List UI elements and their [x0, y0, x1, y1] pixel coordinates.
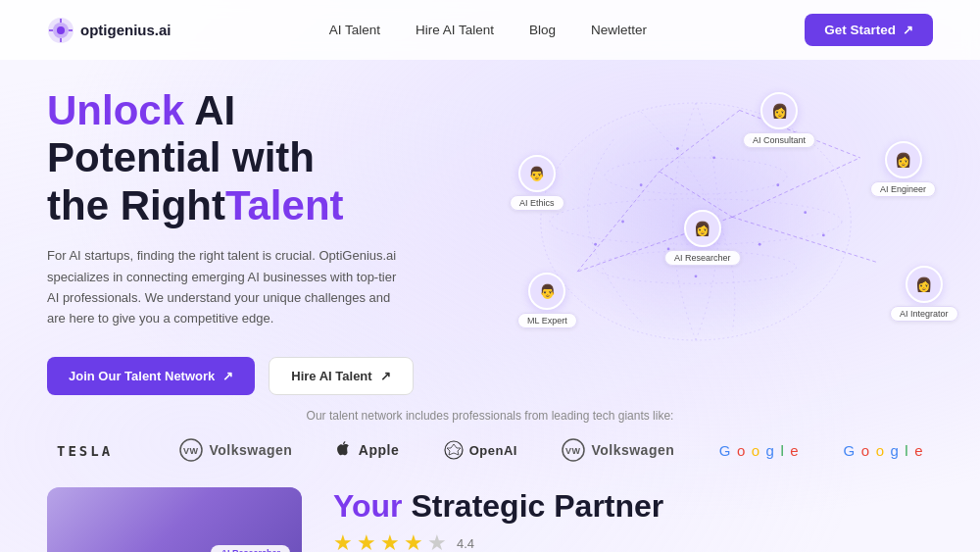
google-logo-1: Google [719, 442, 799, 459]
apple-logo: Apple [337, 441, 399, 460]
get-started-button[interactable]: Get Started ↗ [805, 14, 933, 46]
hero-title: Unlock AIPotential withthe RightTalent [47, 87, 459, 229]
svg-point-24 [804, 211, 807, 214]
stars-rating: ★ ★ ★ ★ ★ 4.4 [333, 530, 933, 552]
arrow-icon: ↗ [222, 369, 233, 383]
svg-point-19 [712, 156, 715, 159]
google-logo-2: Google [844, 442, 923, 459]
bottom-title: Your Strategic Partner [333, 487, 933, 525]
svg-point-28 [822, 234, 825, 237]
arrow-icon: ↗ [903, 23, 913, 37]
logos-tagline: Our talent network includes professional… [47, 409, 933, 423]
nav-links: AI Talent Hire AI Talent Blog Newletter [329, 23, 647, 37]
node-ai-researcher: 👩 AI Researcher [664, 210, 741, 266]
svg-text:VW: VW [565, 446, 581, 456]
node-ai-ethics: 👨 AI Ethics [510, 155, 564, 211]
bottom-image: AI Researcher [47, 487, 302, 552]
logos-row: TESLA VW Volkswagen Apple OpenAI [47, 438, 933, 462]
tesla-logo: TESLA [57, 439, 135, 461]
bottom-text-block: Your Strategic Partner ★ ★ ★ ★ ★ 4.4 [333, 487, 933, 552]
nav-ai-talent[interactable]: AI Talent [329, 23, 380, 37]
svg-point-22 [776, 183, 779, 186]
logo-icon [47, 17, 74, 44]
svg-point-18 [676, 147, 679, 150]
hire-ai-talent-button[interactable]: Hire AI Talent ↗ [269, 357, 413, 395]
nav-blog[interactable]: Blog [529, 23, 556, 37]
openai-logo: OpenAI [444, 440, 517, 460]
svg-point-2 [57, 26, 65, 34]
svg-point-26 [759, 243, 761, 246]
node-ai-engineer: 👩 AI Engineer [870, 141, 936, 197]
hero-buttons: Join Our Talent Network ↗ Hire AI Talent… [47, 357, 459, 395]
svg-text:TESLA: TESLA [57, 443, 113, 459]
node-ml-expert: 👨 ML Expert [517, 273, 577, 328]
logo[interactable]: optigenius.ai [47, 17, 172, 44]
hero-section: Unlock AIPotential withthe RightTalent F… [0, 60, 980, 393]
nav-hire-ai-talent[interactable]: Hire AI Talent [416, 23, 494, 37]
node-ai-integrator: 👩 AI Integrator [890, 266, 958, 322]
svg-text:VW: VW [183, 446, 199, 456]
nav-newsletter[interactable]: Newletter [591, 23, 647, 37]
logos-section: Our talent network includes professional… [0, 393, 980, 477]
navbar: optigenius.ai AI Talent Hire AI Talent B… [0, 0, 980, 60]
logo-text: optigenius.ai [80, 22, 172, 38]
image-badge: AI Researcher [211, 545, 290, 552]
svg-point-23 [621, 221, 624, 224]
join-talent-button[interactable]: Join Our Talent Network ↗ [47, 357, 255, 395]
svg-point-27 [695, 275, 698, 277]
hero-illustration: 👩 AI Consultant 👨 AI Ethics 👩 AI Enginee… [459, 84, 933, 398]
arrow-icon: ↗ [380, 369, 391, 383]
node-ai-consultant: 👩 AI Consultant [743, 92, 815, 148]
hero-description: For AI startups, finding the right talen… [47, 245, 410, 329]
volkswagen-logo-2: VW Volkswagen [562, 438, 674, 462]
svg-point-29 [594, 243, 597, 246]
hero-content: Unlock AIPotential withthe RightTalent F… [47, 87, 459, 395]
bottom-section: AI Researcher Your Strategic Partner ★ ★… [0, 477, 980, 552]
svg-point-21 [640, 183, 643, 186]
volkswagen-logo-1: VW Volkswagen [179, 438, 292, 462]
